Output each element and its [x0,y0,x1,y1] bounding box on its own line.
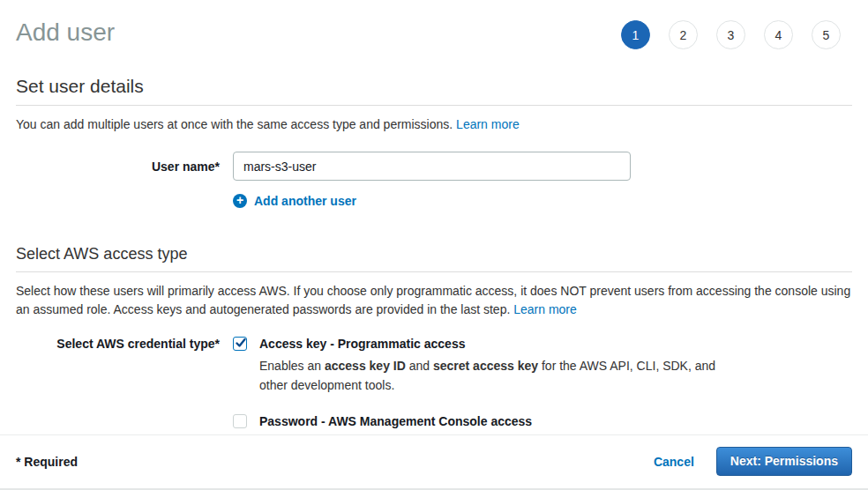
desc-text-bold: secret access key [433,359,538,373]
wizard-step-indicator: 1 2 3 4 5 [621,18,852,49]
footer-actions: Cancel Next: Permissions [654,447,852,476]
access-type-intro-text: Select how these users will primarily ac… [16,284,850,316]
plus-circle-icon: + [233,194,247,208]
user-details-learn-more-link[interactable]: Learn more [456,117,520,131]
wizard-footer: * Required Cancel Next: Permissions [0,434,868,490]
step-5-number: 5 [823,28,830,42]
add-user-wizard-page: Add user 1 2 3 4 5 Set user details You … [0,0,868,453]
intro-text: You can add multiple users at once with … [16,117,456,131]
access-key-checkbox[interactable] [233,337,247,351]
access-type-learn-more-link[interactable]: Learn more [513,302,577,316]
checkmark-icon [235,337,247,349]
access-type-intro: Select how these users will primarily ac… [16,282,852,319]
step-1-indicator[interactable]: 1 [621,20,650,49]
set-user-details-heading: Set user details [16,76,852,106]
credential-type-label: Select AWS credential type* [16,336,233,351]
password-option-title: Password - AWS Management Console access [259,413,717,429]
add-another-user-button[interactable]: + Add another user [233,194,356,208]
username-input[interactable] [233,152,631,181]
step-2-indicator[interactable]: 2 [669,20,698,49]
page-title: Add user [16,18,115,48]
desc-text: Enables an [259,359,325,373]
next-permissions-button[interactable]: Next: Permissions [716,447,852,476]
access-key-option: Access key - Programmatic access Enables… [233,336,725,395]
cancel-button[interactable]: Cancel [654,455,694,469]
desc-text-bold: access key ID [325,359,406,373]
password-checkbox[interactable] [233,414,247,428]
set-user-details-intro: You can add multiple users at once with … [16,115,852,134]
step-1-number: 1 [632,28,640,42]
access-key-option-desc: Enables an access key ID and secret acce… [259,356,725,395]
required-note: * Required [16,455,78,469]
access-type-heading: Select AWS access type [16,245,852,272]
desc-text: and [406,359,433,373]
add-another-user-label: Add another user [254,194,356,208]
step-4-number: 4 [775,28,782,42]
step-5-indicator[interactable]: 5 [812,20,841,49]
username-label: User name* [16,160,233,174]
step-3-indicator[interactable]: 3 [716,20,745,49]
step-2-number: 2 [680,28,687,42]
step-4-indicator[interactable]: 4 [764,20,793,49]
wizard-header: Add user 1 2 3 4 5 [16,0,852,49]
access-key-option-title: Access key - Programmatic access [259,336,725,352]
access-key-option-body: Access key - Programmatic access Enables… [259,336,725,395]
step-3-number: 3 [728,28,735,42]
username-form-row: User name* [16,152,852,181]
